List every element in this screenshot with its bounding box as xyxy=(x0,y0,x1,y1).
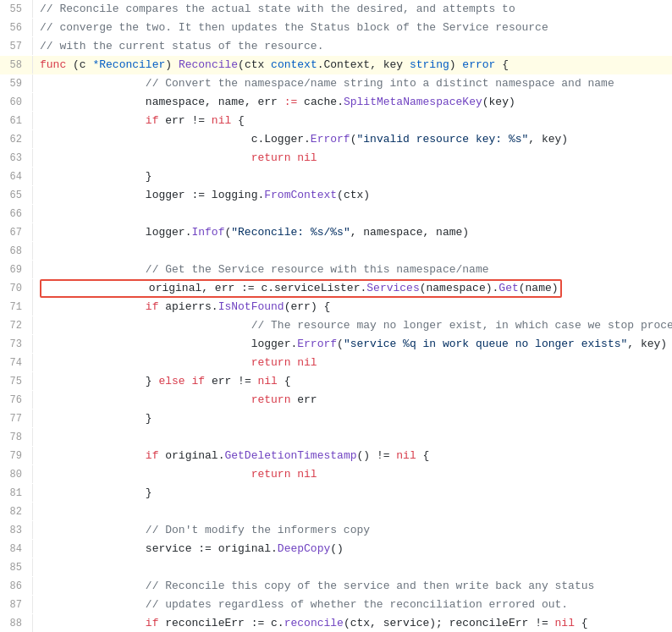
line-row: 76 return err xyxy=(0,391,672,409)
line-content xyxy=(32,205,672,223)
line-row: 59 // Convert the namespace/name string … xyxy=(0,74,672,93)
line-content: } xyxy=(32,409,672,427)
line-content: logger.Infof("Reconcile: %s/%s", namespa… xyxy=(32,223,672,241)
line-number: 62 xyxy=(0,131,32,149)
line-number: 71 xyxy=(0,299,32,316)
line-number: 65 xyxy=(0,187,32,205)
code-lines: 55// Reconcile compares the actual state… xyxy=(0,0,672,632)
line-row: 73 logger.Errorf("service %q in work que… xyxy=(0,335,672,354)
line-number: 60 xyxy=(0,94,32,112)
line-number: 56 xyxy=(0,19,32,37)
line-content: return err xyxy=(32,391,672,409)
line-number: 73 xyxy=(0,336,32,354)
line-number: 81 xyxy=(0,485,32,503)
line-row: 63 return nil xyxy=(0,149,672,168)
line-content: // Reconcile this copy of the service an… xyxy=(32,577,672,595)
line-content: if original.GetDeletionTimestamp() != ni… xyxy=(32,447,672,464)
line-row: 55// Reconcile compares the actual state… xyxy=(0,0,672,19)
line-number: 87 xyxy=(0,596,32,614)
line-number: 80 xyxy=(0,466,32,484)
line-content: return nil xyxy=(32,465,672,483)
line-number: 63 xyxy=(0,150,32,168)
line-row: 67 logger.Infof("Reconcile: %s/%s", name… xyxy=(0,223,672,242)
line-content xyxy=(32,503,672,520)
line-row: 70 original, err := c.serviceLister.Serv… xyxy=(0,279,672,298)
line-content xyxy=(32,558,672,576)
line-row: 79 if original.GetDeletionTimestamp() !=… xyxy=(0,447,672,465)
line-number: 67 xyxy=(0,224,32,242)
line-content: // Reconcile compares the actual state w… xyxy=(32,0,672,18)
line-row: 74 return nil xyxy=(0,354,672,372)
line-row: 81 } xyxy=(0,484,672,503)
line-content: c.Logger.Errorf("invalid resource key: %… xyxy=(32,130,672,148)
line-number: 79 xyxy=(0,448,32,465)
line-number: 88 xyxy=(0,615,32,632)
line-content: logger.Errorf("service %q in work queue … xyxy=(32,335,672,353)
line-content: if apierrs.IsNotFound(err) { xyxy=(32,298,672,316)
line-content: // Convert the namespace/name string int… xyxy=(32,74,672,92)
line-row: 88 if reconcileErr := c.reconcile(ctx, s… xyxy=(0,614,672,632)
line-content xyxy=(32,242,672,260)
line-content: service := original.DeepCopy() xyxy=(32,540,672,558)
line-number: 59 xyxy=(0,75,32,93)
line-number: 85 xyxy=(0,559,32,577)
line-content: // with the current status of the resour… xyxy=(32,37,672,55)
line-content: // The resource may no longer exist, in … xyxy=(32,316,672,334)
line-row: 68 xyxy=(0,242,672,261)
line-row: 62 c.Logger.Errorf("invalid resource key… xyxy=(0,130,672,149)
line-row: 66 xyxy=(0,205,672,223)
line-row: 84 service := original.DeepCopy() xyxy=(0,540,672,558)
line-content: // Get the Service resource with this na… xyxy=(32,261,672,278)
line-number: 57 xyxy=(0,38,32,56)
line-number: 66 xyxy=(0,206,32,223)
line-row: 65 logger := logging.FromContext(ctx) xyxy=(0,186,672,205)
line-row: 85 xyxy=(0,558,672,577)
line-content: // Don't modify the informers copy xyxy=(32,521,672,539)
line-content: return nil xyxy=(32,354,672,371)
line-content: return nil xyxy=(32,149,672,167)
line-row: 71 if apierrs.IsNotFound(err) { xyxy=(0,298,672,316)
line-number: 86 xyxy=(0,578,32,596)
line-content: if err != nil { xyxy=(32,112,672,129)
boxed-line-content: original, err := c.serviceLister.Service… xyxy=(40,279,562,298)
line-content: // updates regardless of whether the rec… xyxy=(32,596,672,613)
line-number: 61 xyxy=(0,113,32,130)
line-content: } xyxy=(32,484,672,502)
line-content: func (c *Reconciler) Reconcile(ctx conte… xyxy=(32,56,672,74)
line-number: 72 xyxy=(0,317,32,335)
line-number: 84 xyxy=(0,541,32,558)
line-row: 69 // Get the Service resource with this… xyxy=(0,261,672,279)
line-row: 78 xyxy=(0,428,672,447)
line-content: } else if err != nil { xyxy=(32,372,672,390)
line-content xyxy=(32,428,672,446)
line-number: 78 xyxy=(0,429,32,447)
line-number: 70 xyxy=(0,280,32,298)
line-content: } xyxy=(32,168,672,185)
line-row: 57// with the current status of the reso… xyxy=(0,37,672,56)
line-number: 75 xyxy=(0,373,32,391)
line-row: 83 // Don't modify the informers copy xyxy=(0,521,672,540)
line-number: 83 xyxy=(0,522,32,540)
line-row: 87 // updates regardless of whether the … xyxy=(0,596,672,614)
code-viewer: 55// Reconcile compares the actual state… xyxy=(0,0,672,632)
line-number: 77 xyxy=(0,410,32,428)
line-number: 55 xyxy=(0,1,32,19)
line-number: 58 xyxy=(0,57,32,74)
line-row: 80 return nil xyxy=(0,465,672,484)
line-number: 64 xyxy=(0,168,32,186)
line-number: 74 xyxy=(0,354,32,372)
line-row: 64 } xyxy=(0,168,672,186)
line-content: if reconcileErr := c.reconcile(ctx, serv… xyxy=(32,614,672,632)
line-row: 82 xyxy=(0,503,672,521)
line-content: namespace, name, err := cache.SplitMetaN… xyxy=(32,93,672,111)
line-row: 86 // Reconcile this copy of the service… xyxy=(0,577,672,596)
line-number: 76 xyxy=(0,392,32,409)
line-row: 77 } xyxy=(0,409,672,428)
line-row: 56// converge the two. It then updates t… xyxy=(0,19,672,37)
line-number: 69 xyxy=(0,261,32,279)
line-row: 58func (c *Reconciler) Reconcile(ctx con… xyxy=(0,56,672,74)
line-content: // converge the two. It then updates the… xyxy=(32,19,672,36)
line-content: logger := logging.FromContext(ctx) xyxy=(32,186,672,204)
line-number: 82 xyxy=(0,503,32,521)
line-row: 72 // The resource may no longer exist, … xyxy=(0,316,672,335)
